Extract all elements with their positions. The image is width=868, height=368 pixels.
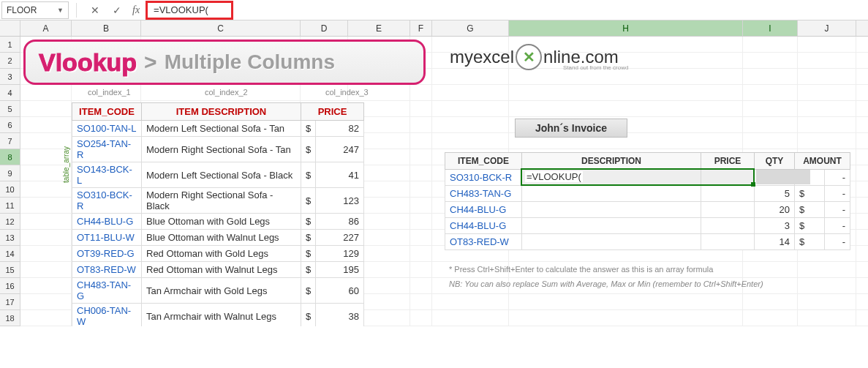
- item-desc[interactable]: Blue Ottoman with Gold Legs: [142, 214, 301, 230]
- row-header-1[interactable]: 1: [0, 37, 20, 53]
- cell[interactable]: [20, 246, 72, 262]
- table-row[interactable]: CH44-BLU-G3$-: [445, 218, 850, 234]
- row-header-2[interactable]: 2: [0, 53, 20, 69]
- cell[interactable]: [743, 85, 798, 101]
- amount-value[interactable]: -: [824, 186, 850, 202]
- cell[interactable]: [432, 69, 509, 85]
- table-row[interactable]: CH44-BLU-GBlue Ottoman with Gold Legs$86: [72, 214, 364, 230]
- price-value[interactable]: 129: [316, 246, 364, 262]
- cell[interactable]: [856, 262, 868, 278]
- cell[interactable]: [432, 310, 509, 326]
- cell[interactable]: [20, 101, 72, 117]
- item-code[interactable]: CH44-BLU-G: [72, 214, 142, 230]
- qty-cell[interactable]: 14: [755, 234, 795, 250]
- cell[interactable]: [743, 133, 798, 149]
- column-header-H[interactable]: H: [509, 20, 743, 36]
- price-value[interactable]: 38: [316, 304, 364, 327]
- table-row[interactable]: SO310-BCK-RModern Right Sectional Sofa -…: [72, 188, 364, 214]
- item-code[interactable]: CH44-BLU-G: [445, 218, 522, 234]
- row-header-3[interactable]: 3: [0, 69, 20, 85]
- cell[interactable]: [856, 133, 868, 149]
- column-header-G[interactable]: G: [432, 20, 509, 36]
- item-desc[interactable]: Modern Right Sectional Sofa - Black: [142, 188, 301, 214]
- row-header-4[interactable]: 4: [0, 85, 20, 101]
- price-value[interactable]: 41: [316, 162, 364, 188]
- cell[interactable]: [20, 230, 72, 246]
- cell[interactable]: [20, 262, 72, 278]
- cell[interactable]: [856, 181, 868, 198]
- row-header-8[interactable]: 8: [0, 149, 20, 165]
- column-header-B[interactable]: B: [72, 20, 141, 36]
- cell[interactable]: [20, 294, 72, 310]
- price-value[interactable]: 123: [316, 188, 364, 214]
- description-cell[interactable]: [522, 218, 701, 234]
- table-row[interactable]: CH006-TAN-WTan Armchair with Walnut Legs…: [72, 304, 364, 327]
- item-desc[interactable]: Tan Armchair with Gold Legs: [142, 278, 301, 304]
- table-row[interactable]: SO100-TAN-LModern Left Sectional Sofa - …: [72, 121, 364, 137]
- cell[interactable]: [410, 117, 432, 133]
- column-header-K[interactable]: K: [856, 20, 868, 36]
- item-code[interactable]: SO143-BCK-L: [72, 162, 142, 188]
- table-row[interactable]: OT83-RED-W14$-: [445, 234, 850, 250]
- table-row[interactable]: SO254-TAN-RModern Right Sectional Sofa -…: [72, 137, 364, 162]
- cell[interactable]: [410, 165, 432, 181]
- price-value[interactable]: 82: [316, 121, 364, 137]
- price-value[interactable]: 247: [316, 137, 364, 162]
- item-desc[interactable]: Modern Left Sectional Sofa - Black: [142, 162, 301, 188]
- item-code[interactable]: OT39-RED-G: [72, 246, 142, 262]
- item-desc[interactable]: Tan Armchair with Walnut Legs: [142, 304, 301, 327]
- cell[interactable]: [509, 101, 743, 117]
- column-header-F[interactable]: F: [410, 20, 432, 36]
- name-box[interactable]: FLOOR ▼: [1, 1, 69, 19]
- cell[interactable]: [856, 230, 868, 246]
- cell[interactable]: [856, 53, 868, 69]
- row-header-13[interactable]: 13: [0, 230, 20, 246]
- price-cell[interactable]: [701, 186, 755, 202]
- description-cell[interactable]: [522, 234, 701, 250]
- cell[interactable]: [743, 69, 798, 85]
- table-row[interactable]: OT11-BLU-WBlue Ottoman with Walnut Legs$…: [72, 230, 364, 246]
- cell[interactable]: [743, 101, 798, 117]
- price-value[interactable]: 86: [316, 214, 364, 230]
- row-header-5[interactable]: 5: [0, 101, 20, 117]
- cell[interactable]: [410, 101, 432, 117]
- cell[interactable]: [432, 101, 509, 117]
- price-value[interactable]: 60: [316, 278, 364, 304]
- column-header-C[interactable]: C: [141, 20, 301, 36]
- cell[interactable]: [798, 101, 856, 117]
- item-code[interactable]: SO254-TAN-R: [72, 137, 142, 162]
- column-header-D[interactable]: D: [301, 20, 348, 36]
- item-code[interactable]: CH006-TAN-W: [72, 304, 142, 327]
- cell[interactable]: [509, 69, 743, 85]
- price-cell[interactable]: [701, 218, 755, 234]
- amount-value[interactable]: -: [824, 218, 850, 234]
- cell[interactable]: [798, 37, 856, 53]
- cell[interactable]: [798, 117, 856, 133]
- cell[interactable]: [509, 294, 743, 310]
- cell[interactable]: [743, 37, 798, 53]
- cell[interactable]: [743, 117, 798, 133]
- cell[interactable]: [432, 117, 509, 133]
- item-code[interactable]: CH44-BLU-G: [445, 202, 522, 218]
- cell[interactable]: [410, 294, 432, 310]
- cell[interactable]: [20, 310, 72, 326]
- cell[interactable]: [410, 181, 432, 198]
- item-desc[interactable]: Red Ottoman with Walnut Legs: [142, 262, 301, 278]
- cell[interactable]: [798, 53, 856, 69]
- item-code[interactable]: CH483-TAN-G: [445, 186, 522, 202]
- qty-cell[interactable]: 3: [755, 218, 795, 234]
- cell[interactable]: [509, 85, 743, 101]
- worksheet-grid[interactable]: Vlookup > Multiple Columns myexcel nline…: [0, 37, 868, 326]
- price-cell[interactable]: [701, 170, 755, 186]
- cell[interactable]: [20, 198, 72, 214]
- cell[interactable]: [856, 198, 868, 214]
- description-cell[interactable]: [522, 202, 701, 218]
- row-header-12[interactable]: 12: [0, 214, 20, 230]
- cell[interactable]: [432, 85, 509, 101]
- cancel-formula-button[interactable]: ✕: [87, 2, 103, 18]
- item-code[interactable]: OT11-BLU-W: [72, 230, 142, 246]
- cell[interactable]: [410, 149, 432, 165]
- cell[interactable]: [798, 85, 856, 101]
- cell[interactable]: [410, 133, 432, 149]
- row-header-16[interactable]: 16: [0, 278, 20, 294]
